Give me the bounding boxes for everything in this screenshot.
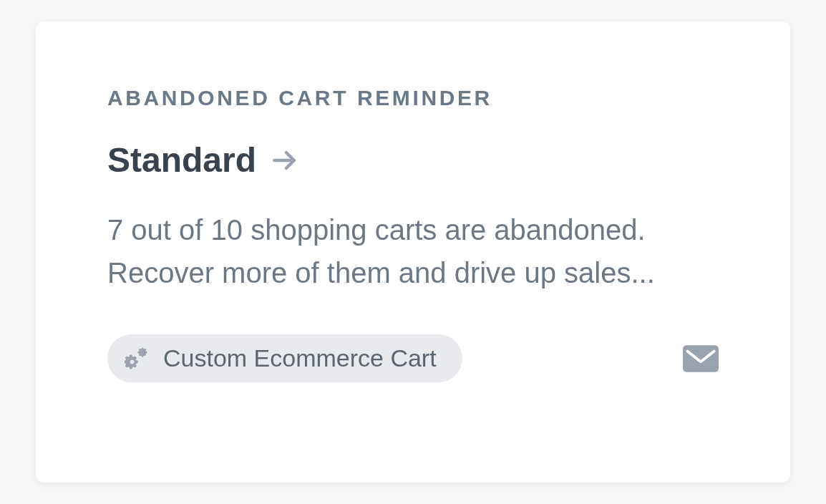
card-title: Standard: [107, 140, 256, 180]
card-description: 7 out of 10 shopping carts are abandoned…: [107, 208, 719, 294]
card-title-link[interactable]: Standard: [107, 140, 719, 180]
integration-tag[interactable]: Custom Ecommerce Cart: [107, 334, 462, 382]
gears-icon: [125, 346, 150, 372]
card-footer: Custom Ecommerce Cart: [107, 334, 719, 382]
arrow-right-icon: [269, 145, 301, 176]
workflow-card: ABANDONED CART REMINDER Standard 7 out o…: [36, 21, 790, 483]
card-eyebrow: ABANDONED CART REMINDER: [107, 86, 719, 110]
mail-icon[interactable]: [683, 344, 719, 373]
svg-rect-2: [683, 345, 719, 372]
integration-tag-label: Custom Ecommerce Cart: [163, 344, 437, 372]
